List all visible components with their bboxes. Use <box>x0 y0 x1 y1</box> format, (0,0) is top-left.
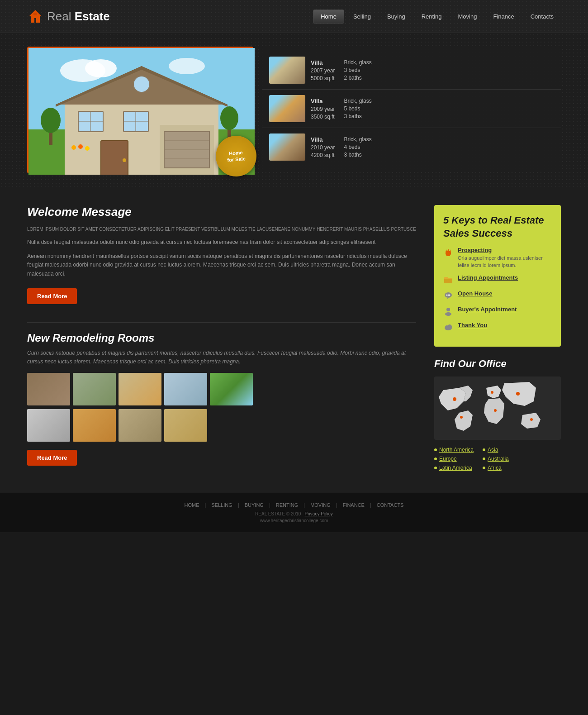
bullet-icon <box>434 467 437 469</box>
svg-point-26 <box>41 108 61 133</box>
remodeling-title: New Remodeling Rooms <box>27 332 416 344</box>
key-link-buyer[interactable]: Buyer's Appointment <box>458 306 517 313</box>
footer-nav-finance[interactable]: FINANCE <box>343 502 365 508</box>
logo-area: Real Estate <box>27 8 110 24</box>
svg-point-30 <box>78 144 83 149</box>
sidebar: 5 Keys to Real Estate Sales Success Pros… <box>434 205 561 475</box>
logo-icon <box>27 8 43 24</box>
footer-nav-home[interactable]: HOME <box>185 502 199 508</box>
listing-thumb-1 <box>269 57 305 84</box>
svg-point-39 <box>446 308 450 311</box>
bullet-icon <box>434 448 437 451</box>
svg-point-31 <box>85 146 90 151</box>
svg-point-40 <box>445 312 451 316</box>
bullet-icon <box>483 448 485 451</box>
svg-point-23 <box>123 158 126 162</box>
photo-thumb-7[interactable] <box>73 409 116 442</box>
remodeling-read-more[interactable]: Read More <box>27 450 77 466</box>
svg-point-29 <box>71 145 76 150</box>
office-latin-america[interactable]: Latin America <box>434 465 474 471</box>
photo-grid-row1 <box>27 373 416 405</box>
fire-icon <box>443 247 453 257</box>
listing-row[interactable]: Villa 2007 year 5000 sq.ft Brick, glass … <box>262 51 561 90</box>
photo-thumb-8[interactable] <box>119 409 161 442</box>
photo-grid-row2 <box>27 409 416 442</box>
svg-point-5 <box>169 58 205 74</box>
nav-home[interactable]: Home <box>313 10 344 24</box>
welcome-read-more[interactable]: Read More <box>27 288 77 304</box>
main-nav: Home Selling Buying Renting Moving Finan… <box>313 10 561 24</box>
photo-thumb-1[interactable] <box>27 373 70 405</box>
footer-nav: HOME | SELLING | BUYING | RENTING | MOVI… <box>27 502 561 508</box>
office-australia[interactable]: Australia <box>483 456 509 462</box>
section-divider <box>27 322 416 323</box>
welcome-title: Welcome Message <box>27 205 416 219</box>
remodeling-desc: Curn sociis natoque penatibus et magnis … <box>27 349 416 366</box>
welcome-body1: Nulla dsce feugiat malesuada odiobi nunc… <box>27 238 416 247</box>
listing-thumb-3 <box>269 133 305 161</box>
nav-renting[interactable]: Renting <box>414 10 449 23</box>
content-area: Welcome Message LOREM IPSUM DOLOR SIT AM… <box>0 187 588 493</box>
listing-row[interactable]: Villa 2009 year 3500 sq.ft Brick, glass … <box>262 90 561 128</box>
photo-thumb-6[interactable] <box>27 409 70 442</box>
footer-nav-contacts[interactable]: CONTACTS <box>377 502 404 508</box>
office-north-america[interactable]: North America <box>434 447 474 453</box>
hero-listings: Villa 2007 year 5000 sq.ft Brick, glass … <box>262 47 561 171</box>
nav-selling[interactable]: Selling <box>346 10 378 23</box>
listing-thumb-2 <box>269 95 305 122</box>
key-link-listing[interactable]: Listing Appointments <box>458 274 518 281</box>
svg-point-4 <box>85 59 117 77</box>
footer: HOME | SELLING | BUYING | RENTING | MOVI… <box>0 493 588 532</box>
key-item-listing: Listing Appointments <box>443 274 552 285</box>
logo-real: Real <box>47 10 71 23</box>
listing-row[interactable]: Villa 2010 year 4200 sq.ft Brick, glass … <box>262 128 561 166</box>
nav-finance[interactable]: Finance <box>486 10 521 23</box>
logo-text: Real Estate <box>47 10 110 24</box>
main-content: Welcome Message LOREM IPSUM DOLOR SIT AM… <box>27 205 416 475</box>
key-link-openhouse[interactable]: Open House <box>458 290 493 297</box>
svg-point-37 <box>448 294 449 296</box>
header: Real Estate Home Selling Buying Renting … <box>0 0 588 33</box>
key-link-prospecting[interactable]: Prospecting <box>458 247 552 253</box>
bullet-icon <box>434 458 437 460</box>
svg-point-49 <box>516 392 520 396</box>
find-office-title: Find Our Office <box>434 358 561 370</box>
svg-point-47 <box>491 391 493 394</box>
listing-info-2: Villa 2009 year 3500 sq.ft Brick, glass … <box>311 98 554 120</box>
svg-marker-35 <box>447 298 448 300</box>
privacy-policy-link[interactable]: Privacy Policy <box>305 511 333 516</box>
keys-title: 5 Keys to Real Estate Sales Success <box>443 214 552 240</box>
key-link-thankyou[interactable]: Thank You <box>458 322 487 329</box>
keys-box: 5 Keys to Real Estate Sales Success Pros… <box>434 205 561 347</box>
hero-image-container: Home for Sale <box>27 47 253 173</box>
photo-thumb-9[interactable] <box>164 409 207 442</box>
key-item-thankyou: Thank You <box>443 322 552 332</box>
welcome-lorem: LOREM IPSUM DOLOR SIT AMET CONSECTETUER … <box>27 226 416 233</box>
office-col-left: North America Europe Latin America <box>434 447 474 471</box>
nav-moving[interactable]: Moving <box>451 10 484 23</box>
footer-nav-renting[interactable]: RENTING <box>276 502 299 508</box>
chat-icon <box>443 291 453 300</box>
person-icon <box>443 306 453 316</box>
svg-point-24 <box>133 76 150 92</box>
photo-thumb-2[interactable] <box>73 373 116 405</box>
welcome-body2: Aenean nonummy hendrerit maurihasellus p… <box>27 252 416 278</box>
photo-thumb-5[interactable] <box>210 373 253 405</box>
svg-point-36 <box>446 294 448 296</box>
nav-buying[interactable]: Buying <box>380 10 413 23</box>
footer-nav-moving[interactable]: MOVING <box>310 502 331 508</box>
office-europe[interactable]: Europe <box>434 456 474 462</box>
photo-thumb-4[interactable] <box>164 373 207 405</box>
photo-thumb-3[interactable] <box>119 373 161 405</box>
svg-point-46 <box>460 416 463 419</box>
office-asia[interactable]: Asia <box>483 447 509 453</box>
svg-marker-0 <box>29 10 42 23</box>
office-africa[interactable]: Africa <box>483 465 509 471</box>
nav-contacts[interactable]: Contacts <box>523 10 561 23</box>
office-col-right: Asia Australia Africa <box>483 447 509 471</box>
footer-nav-buying[interactable]: BUYING <box>245 502 264 508</box>
key-item-buyer: Buyer's Appointment <box>443 306 552 316</box>
welcome-section: Welcome Message LOREM IPSUM DOLOR SIT AM… <box>27 205 416 313</box>
footer-nav-selling[interactable]: SELLING <box>211 502 232 508</box>
bullet-icon <box>483 458 485 460</box>
